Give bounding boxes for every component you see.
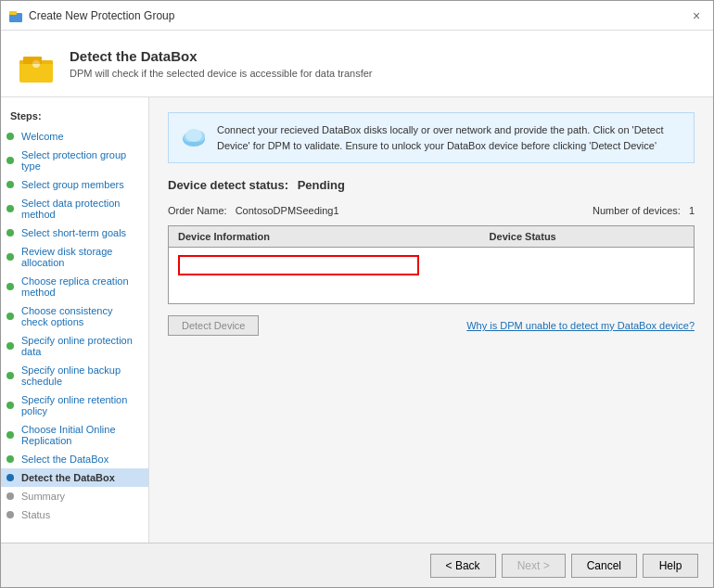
sidebar-label-data-protection: Select data protection method — [21, 198, 139, 220]
info-message: Connect your recieved DataBox disks loca… — [217, 122, 682, 153]
device-table-body — [169, 248, 694, 303]
dot-select-databox — [6, 455, 14, 463]
help-button[interactable]: Help — [643, 554, 698, 578]
sidebar-label-initial-replication: Choose Initial Online Replication — [21, 424, 139, 446]
dot-online-protection — [6, 342, 14, 350]
sidebar-label-status: Status — [21, 509, 50, 520]
detect-row: Detect Device Why is DPM unable to detec… — [168, 315, 695, 336]
detect-status-label: Device detect status: — [168, 178, 288, 192]
sidebar-label-online-retention: Specify online retention policy — [21, 394, 139, 416]
sidebar-item-detect-databox[interactable]: Detect the DataBox — [1, 468, 148, 487]
sidebar-item-initial-replication[interactable]: Choose Initial Online Replication — [1, 420, 148, 450]
content-area: Connect your recieved DataBox disks loca… — [149, 97, 713, 543]
col-device-info: Device Information — [169, 226, 480, 247]
sidebar-label: Steps: — [1, 107, 148, 127]
svg-rect-1 — [9, 11, 17, 15]
sidebar-item-protection-type[interactable]: Select protection group type — [1, 146, 148, 175]
detect-status-value: Pending — [298, 178, 345, 192]
cloud-icon — [180, 122, 208, 150]
header: Detect the DataBox DPM will check if the… — [1, 31, 713, 97]
dot-summary — [6, 492, 14, 500]
order-name-value: ContosoDPMSeeding1 — [236, 205, 339, 216]
detect-device-button[interactable]: Detect Device — [168, 315, 259, 336]
num-devices-info: Number of devices: 1 — [593, 205, 695, 216]
info-bar: Connect your recieved DataBox disks loca… — [168, 112, 695, 163]
sidebar-item-disk-storage[interactable]: Review disk storage allocation — [1, 242, 148, 272]
col-device-status: Device Status — [480, 226, 694, 247]
dot-online-backup — [6, 372, 14, 379]
svg-rect-5 — [19, 60, 53, 64]
sidebar-item-replica[interactable]: Choose replica creation method — [1, 272, 148, 301]
dot-initial-replication — [6, 431, 14, 439]
dot-status — [6, 511, 14, 518]
page-title: Detect the DataBox — [70, 48, 372, 64]
dot-online-retention — [6, 402, 14, 409]
num-devices-value: 1 — [689, 205, 695, 216]
device-table-header: Device Information Device Status — [169, 226, 694, 248]
window-title: Create New Protection Group — [29, 9, 682, 22]
dot-data-protection — [6, 205, 14, 212]
sidebar-label-protection-type: Select protection group type — [21, 149, 139, 172]
close-button[interactable]: × — [687, 6, 706, 25]
main-content: Steps: Welcome Select protection group t… — [1, 97, 713, 543]
window-icon — [8, 8, 23, 23]
sidebar-label-disk-storage: Review disk storage allocation — [21, 246, 139, 268]
svg-point-9 — [185, 129, 202, 142]
sidebar-label-select-databox: Select the DataBox — [21, 454, 108, 465]
dot-protection-type — [6, 157, 14, 164]
sidebar-label-welcome: Welcome — [21, 131, 64, 142]
header-text: Detect the DataBox DPM will check if the… — [70, 48, 372, 79]
sidebar-item-status: Status — [1, 505, 148, 524]
sidebar-item-short-term[interactable]: Select short-term goals — [1, 224, 148, 242]
page-subtitle: DPM will check if the selected device is… — [70, 68, 372, 79]
device-table: Device Information Device Status — [168, 225, 695, 304]
sidebar-label-summary: Summary — [21, 491, 65, 502]
detect-status-row: Device detect status: Pending — [168, 178, 695, 192]
sidebar-label-consistency: Choose consistency check options — [21, 305, 139, 327]
sidebar: Steps: Welcome Select protection group t… — [1, 97, 149, 543]
sidebar-label-replica: Choose replica creation method — [21, 275, 139, 298]
sidebar-label-online-protection: Specify online protection data — [21, 335, 139, 357]
cancel-button[interactable]: Cancel — [571, 554, 637, 578]
footer: < Back Next > Cancel Help — [1, 543, 713, 587]
sidebar-item-online-protection[interactable]: Specify online protection data — [1, 331, 148, 361]
sidebar-item-online-backup[interactable]: Specify online backup schedule — [1, 361, 148, 390]
sidebar-item-group-members[interactable]: Select group members — [1, 175, 148, 194]
sidebar-item-data-protection[interactable]: Select data protection method — [1, 194, 148, 224]
num-devices-label: Number of devices: — [593, 205, 681, 216]
detect-help-link[interactable]: Why is DPM unable to detect my DataBox d… — [466, 320, 695, 331]
order-info: Order Name: ContosoDPMSeeding1 — [168, 205, 339, 216]
back-button[interactable]: < Back — [430, 554, 496, 578]
dot-replica — [6, 283, 14, 290]
order-row: Order Name: ContosoDPMSeeding1 Number of… — [168, 205, 695, 216]
sidebar-item-consistency[interactable]: Choose consistency check options — [1, 301, 148, 331]
sidebar-label-group-members: Select group members — [21, 179, 124, 190]
sidebar-label-detect-databox: Detect the DataBox — [21, 472, 115, 483]
dot-group-members — [6, 181, 14, 188]
dot-welcome — [6, 133, 14, 140]
dot-disk-storage — [6, 253, 14, 261]
sidebar-item-summary: Summary — [1, 487, 148, 505]
title-bar: Create New Protection Group × — [1, 1, 713, 31]
sidebar-item-welcome[interactable]: Welcome — [1, 127, 148, 146]
sidebar-label-short-term: Select short-term goals — [21, 227, 126, 238]
dot-consistency — [6, 313, 14, 320]
sidebar-item-online-retention[interactable]: Specify online retention policy — [1, 390, 148, 420]
dot-detect-databox — [6, 474, 14, 481]
sidebar-item-select-databox[interactable]: Select the DataBox — [1, 450, 148, 468]
main-window: Create New Protection Group × Detect the… — [0, 0, 714, 588]
dot-short-term — [6, 229, 14, 236]
sidebar-label-online-backup: Specify online backup schedule — [21, 364, 139, 387]
device-input-box[interactable] — [178, 255, 419, 275]
next-button[interactable]: Next > — [502, 554, 566, 578]
order-name-label: Order Name: — [168, 205, 227, 216]
databox-icon — [16, 44, 57, 84]
